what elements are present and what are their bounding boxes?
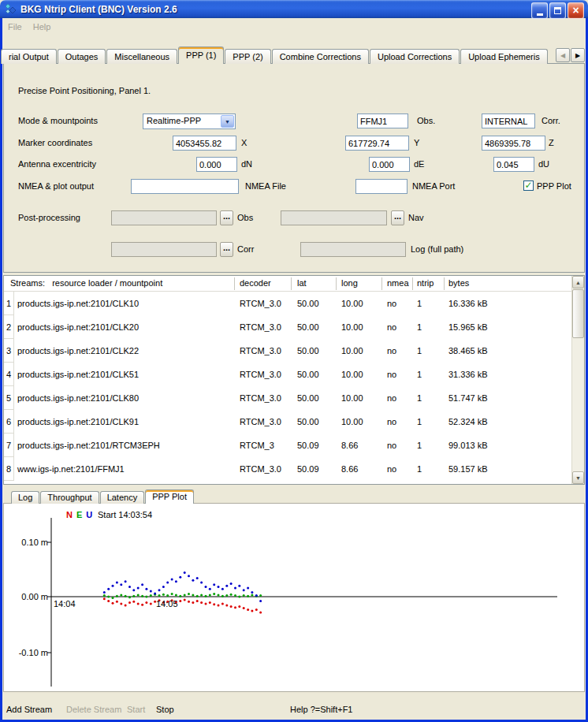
- combobox-dropdown-button[interactable]: ▼: [221, 115, 234, 128]
- menu-file[interactable]: File: [2, 20, 28, 33]
- obs-mountpoint-field[interactable]: [357, 114, 408, 128]
- chevron-down-icon: ▼: [225, 119, 230, 125]
- cell-long: 8.66: [341, 457, 358, 481]
- post-nav-label: Nav: [408, 213, 424, 222]
- table-row[interactable]: 5 products.igs-ip.net:2101/CLK80 RTCM_3.…: [4, 386, 571, 410]
- cell-lat: 50.00: [297, 386, 319, 410]
- cell-mountpoint: products.igs-ip.net:2101/CLK80: [17, 386, 139, 410]
- maximize-icon: [554, 7, 561, 14]
- tab-scroll-left-button[interactable]: ◀: [556, 48, 570, 62]
- col-decoder: decoder: [240, 278, 271, 288]
- ppp-plot-panel: N E U Start 14:03:54 0.10 m 0.00 m -0.10…: [3, 503, 585, 692]
- add-stream-button[interactable]: Add Stream: [6, 705, 52, 714]
- tab-upload-ephemeris[interactable]: Upload Ephemeris: [460, 49, 548, 64]
- table-row[interactable]: 6 products.igs-ip.net:2101/CLK91 RTCM_3.…: [4, 410, 571, 434]
- close-button[interactable]: ×: [568, 2, 584, 19]
- top-tabstrip: rial Output Outages Miscellaneous PPP (1…: [1, 47, 549, 64]
- tab-throughput[interactable]: Throughput: [40, 491, 99, 504]
- cell-bytes: 16.336 kB: [448, 292, 488, 315]
- tab-miscellaneous[interactable]: Miscellaneous: [106, 49, 177, 64]
- table-row[interactable]: 1 products.igs-ip.net:2101/CLK10 RTCM_3.…: [4, 292, 571, 315]
- column-separator: [336, 277, 337, 290]
- tab-outages[interactable]: Outages: [58, 49, 106, 64]
- mode-combobox[interactable]: Realtime-PPP ▼: [143, 114, 236, 129]
- table-row[interactable]: 7 products.igs-ip.net:2101/RTCM3EPH RTCM…: [4, 434, 571, 457]
- row-number: 6: [4, 410, 14, 434]
- post-obs-browse-button[interactable]: ...: [220, 210, 233, 225]
- delete-stream-button[interactable]: Delete Stream: [66, 705, 121, 714]
- tab-log[interactable]: Log: [11, 491, 39, 504]
- table-row[interactable]: 3 products.igs-ip.net:2101/CLK22 RTCM_3.…: [4, 339, 571, 363]
- start-button[interactable]: Start: [127, 705, 145, 714]
- stop-button[interactable]: Stop: [156, 705, 174, 714]
- antenna-du-label: dU: [538, 159, 549, 169]
- cell-bytes: 59.157 kB: [448, 457, 488, 481]
- antenna-de-field[interactable]: [369, 157, 410, 172]
- maximize-button[interactable]: [549, 2, 566, 19]
- col-ntrip: ntrip: [417, 278, 434, 288]
- corr-mountpoint-field[interactable]: [482, 114, 535, 128]
- cell-nmea: no: [387, 292, 396, 315]
- tab-upload-corrections[interactable]: Upload Corrections: [370, 49, 460, 64]
- table-row[interactable]: 4 products.igs-ip.net:2101/CLK51 RTCM_3.…: [4, 363, 571, 386]
- cell-bytes: 52.324 kB: [448, 410, 488, 434]
- ppp-plot-checkbox[interactable]: ✓: [523, 180, 534, 191]
- menu-help[interactable]: Help: [28, 20, 57, 33]
- nmea-port-field[interactable]: [355, 179, 408, 194]
- post-nav-field: [281, 210, 387, 225]
- app-icon[interactable]: [5, 3, 17, 15]
- marker-z-label: Z: [549, 138, 554, 147]
- cell-lat: 50.00: [297, 363, 319, 386]
- marker-x-field[interactable]: [173, 136, 236, 151]
- marker-y-label: Y: [414, 138, 419, 147]
- cell-mountpoint: products.igs-ip.net:2101/CLK20: [17, 315, 139, 339]
- row-number: 2: [4, 315, 14, 339]
- cell-nmea: no: [387, 386, 396, 410]
- tab-serial-output[interactable]: rial Output: [1, 49, 57, 64]
- antenna-dn-field[interactable]: [196, 157, 237, 172]
- post-processing-label: Post-processing: [18, 213, 80, 222]
- cell-ntrip: 1: [417, 339, 422, 363]
- marker-label: Marker coordinates: [18, 138, 92, 147]
- cell-ntrip: 1: [417, 457, 422, 481]
- cell-nmea: no: [387, 434, 396, 457]
- nmea-file-label: NMEA File: [245, 181, 286, 191]
- scrollbar-thumb[interactable]: [572, 289, 584, 338]
- ytick-neg010: -0.10 m: [12, 648, 48, 657]
- cell-mountpoint: products.igs-ip.net:2101/CLK91: [17, 410, 139, 434]
- obs-label: Obs.: [417, 116, 435, 125]
- tab-scroll-right-button[interactable]: ▶: [571, 48, 585, 62]
- tab-combine-corrections[interactable]: Combine Corrections: [272, 49, 369, 64]
- tab-latency[interactable]: Latency: [100, 491, 145, 504]
- nmea-file-field[interactable]: [131, 179, 239, 194]
- marker-y-field[interactable]: [345, 136, 409, 151]
- antenna-du-field[interactable]: [493, 157, 534, 172]
- cell-ntrip: 1: [417, 386, 422, 410]
- cell-nmea: no: [387, 363, 396, 386]
- vertical-scrollbar[interactable]: ▲ ▼: [571, 276, 584, 484]
- minimize-button[interactable]: [531, 2, 548, 19]
- cell-ntrip: 1: [417, 434, 422, 457]
- plot-start-time: Start 14:03:54: [98, 510, 152, 519]
- cell-long: 8.66: [341, 434, 358, 457]
- cell-mountpoint: products.igs-ip.net:2101/CLK22: [17, 339, 139, 363]
- window-title: BKG Ntrip Client (BNC) Version 2.6: [20, 4, 177, 15]
- cell-bytes: 31.336 kB: [448, 363, 488, 386]
- scroll-down-button[interactable]: ▼: [572, 471, 584, 484]
- cell-decoder: RTCM_3.0: [240, 457, 281, 481]
- streams-table-header: Streams: resource loader / mountpoint de…: [4, 276, 571, 292]
- marker-z-field[interactable]: [482, 136, 545, 151]
- panel-heading: Precise Point Positioning, Panel 1.: [18, 86, 151, 95]
- cell-mountpoint: www.igs-ip.net:2101/FFMJ1: [17, 457, 125, 481]
- cell-decoder: RTCM_3.0: [240, 363, 281, 386]
- titlebar[interactable]: BKG Ntrip Client (BNC) Version 2.6 ×: [0, 0, 588, 18]
- scroll-up-button[interactable]: ▲: [572, 276, 584, 288]
- tab-ppp-plot[interactable]: PPP Plot: [145, 489, 194, 504]
- post-corr-browse-button[interactable]: ...: [220, 242, 233, 257]
- tab-ppp-2[interactable]: PPP (2): [225, 49, 270, 64]
- table-row[interactable]: 2 products.igs-ip.net:2101/CLK20 RTCM_3.…: [4, 315, 571, 339]
- tab-ppp-1[interactable]: PPP (1): [178, 47, 224, 64]
- post-nav-browse-button[interactable]: ...: [391, 210, 404, 225]
- column-separator: [444, 277, 445, 290]
- table-row[interactable]: 8 www.igs-ip.net:2101/FFMJ1 RTCM_3.0 50.…: [4, 457, 571, 481]
